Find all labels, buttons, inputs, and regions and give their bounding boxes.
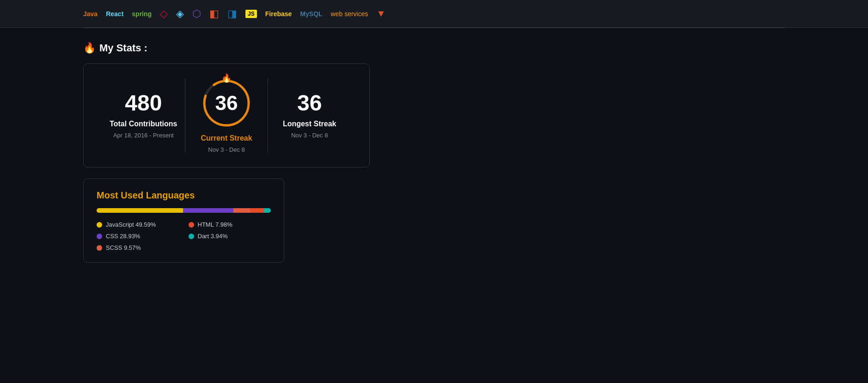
current-streak-number: 36: [215, 92, 238, 115]
javascript-badge-icon: JS: [245, 10, 257, 18]
longest-streak-label: Longest Streak: [283, 120, 336, 128]
css-lang-label: CSS 28.93%: [106, 233, 140, 240]
tech-icon-bar: Java React spring ◇ ◈ ⬡ ◧ ◨ JS Firebase …: [0, 0, 868, 28]
total-contributions-number: 480: [125, 92, 162, 114]
redux-icon: ⬡: [192, 8, 201, 20]
longest-streak-section: 36 Longest Streak Nov 3 - Dec 8: [268, 92, 351, 139]
longest-streak-date: Nov 3 - Dec 8: [291, 132, 328, 139]
scss-dot: [97, 245, 102, 251]
fire-emoji-icon: 🔥: [83, 42, 96, 54]
css3-icon: ◨: [227, 8, 237, 20]
css-dot: [97, 234, 102, 239]
spring-icon: spring: [132, 10, 152, 18]
react-icon: React: [106, 10, 123, 18]
firebase-icon: Firebase: [265, 10, 292, 18]
streak-flame-icon: 🔥: [221, 73, 232, 83]
list-item: JavaScript 49.59%: [97, 221, 179, 228]
streak-circle: 🔥 36: [201, 78, 252, 129]
main-content: 🔥 My Stats : 480 Total Contributions Apr…: [0, 28, 868, 277]
js-dot: [97, 222, 102, 228]
total-contributions-date: Apr 18, 2016 - Present: [113, 132, 174, 139]
scss-bar-segment: [233, 208, 250, 213]
current-streak-date: Nov 3 - Dec 8: [208, 146, 245, 153]
list-item: CSS 28.93%: [97, 233, 179, 240]
list-item: Dart 3.94%: [189, 233, 271, 240]
section-title-text: My Stats :: [99, 42, 147, 54]
html-bar-segment: [250, 208, 264, 213]
mysql-icon: MySQL: [300, 10, 322, 18]
stats-card: 480 Total Contributions Apr 18, 2016 - P…: [83, 63, 370, 167]
list-item: SCSS 9.57%: [97, 244, 179, 251]
css-bar-segment: [183, 208, 233, 213]
dart-bar-segment: [264, 208, 271, 213]
languages-title: Most Used Languages: [97, 190, 271, 201]
html5-icon: ◧: [209, 8, 219, 20]
list-item: HTML 7.98%: [189, 221, 271, 228]
js-bar-segment: [97, 208, 183, 213]
languages-bar: [97, 208, 271, 213]
java-icon: Java: [83, 10, 98, 18]
dart-lang-label: Dart 3.94%: [198, 233, 228, 240]
total-contributions-section: 480 Total Contributions Apr 18, 2016 - P…: [102, 92, 185, 139]
html-lang-label: HTML 7.98%: [198, 221, 232, 228]
angular-icon: ◇: [160, 8, 168, 20]
longest-streak-number: 36: [297, 92, 322, 114]
current-streak-label: Current Streak: [201, 134, 252, 142]
extra-icon: ▼: [377, 8, 386, 19]
total-contributions-label: Total Contributions: [110, 120, 177, 128]
aws-icon: web services: [331, 10, 368, 18]
section-title: 🔥 My Stats :: [83, 42, 785, 54]
scss-lang-label: SCSS 9.57%: [106, 244, 141, 251]
flutter-icon: ◈: [176, 8, 184, 20]
languages-card: Most Used Languages JavaScript 49.59% HT…: [83, 179, 284, 263]
languages-legend: JavaScript 49.59% HTML 7.98% CSS 28.93% …: [97, 221, 271, 251]
current-streak-section: 🔥 36 Current Streak Nov 3 - Dec 8: [185, 78, 268, 153]
html-dot: [189, 222, 194, 228]
js-lang-label: JavaScript 49.59%: [106, 221, 156, 228]
dart-dot: [189, 234, 194, 239]
